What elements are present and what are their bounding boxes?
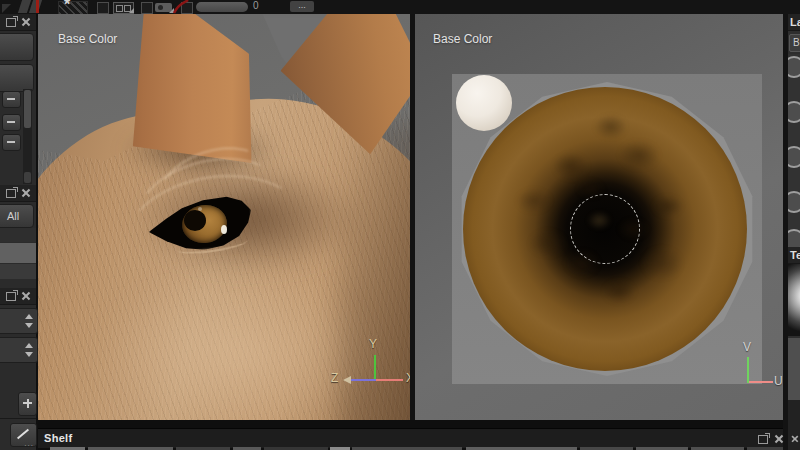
close-icon[interactable] <box>791 435 798 442</box>
add-button[interactable] <box>18 392 37 416</box>
spinner-field[interactable] <box>0 308 38 334</box>
toolbar-slider[interactable] <box>196 2 248 12</box>
close-icon[interactable] <box>21 17 30 26</box>
all-button[interactable]: All <box>0 204 34 228</box>
eye-highlight <box>198 207 202 211</box>
panel-block <box>788 400 800 450</box>
star-icon[interactable]: * <box>64 0 70 14</box>
panel-header <box>0 185 36 202</box>
panel-header <box>0 14 36 31</box>
popup-icon[interactable] <box>6 292 16 301</box>
spin-up-icon[interactable] <box>25 343 33 348</box>
corner-icon[interactable] <box>2 4 11 13</box>
axis-v-line <box>747 357 749 383</box>
shelf-title: Shelf <box>44 432 72 444</box>
eye-highlight <box>221 225 227 234</box>
axis-y-label: Y <box>369 337 377 351</box>
spin-down-icon[interactable] <box>25 352 33 357</box>
left-panel: All <box>0 14 38 450</box>
layer-thumbnail-circle[interactable] <box>788 146 800 168</box>
layer-thumbnail-circle[interactable] <box>788 191 800 213</box>
dropdown-button[interactable] <box>2 91 21 108</box>
logo-red-stroke-icon <box>36 0 39 13</box>
frame-tool-icon[interactable] <box>97 2 109 14</box>
top-toolbar: * 0 ... <box>0 0 800 15</box>
popup-icon[interactable] <box>758 435 768 444</box>
toolbar-value[interactable]: 0 <box>253 0 259 11</box>
layer-thumbnail-circle[interactable] <box>788 101 800 123</box>
spinner-field[interactable] <box>0 337 38 363</box>
list-item[interactable] <box>0 228 36 242</box>
list-item[interactable] <box>0 264 36 279</box>
wide-button[interactable] <box>0 64 34 92</box>
white-sphere-texture <box>456 75 512 131</box>
edit-pencil-button[interactable] <box>10 423 37 447</box>
model-eye-pupil <box>184 210 206 231</box>
panel-block <box>788 338 800 400</box>
axis-x-line <box>376 379 403 381</box>
axis-u-line <box>749 381 773 383</box>
dropdown-button[interactable] <box>2 114 21 131</box>
scrollbar[interactable] <box>23 89 32 184</box>
channel-label-2d: Base Color <box>433 32 492 46</box>
ellipsis-button[interactable]: ... <box>290 1 314 12</box>
shelf-header: Shelf <box>38 428 783 448</box>
close-icon[interactable] <box>774 434 783 443</box>
pencil-icon <box>17 429 29 440</box>
layers-panel-title: La <box>788 14 800 31</box>
pupil-dashed-outline <box>570 194 640 264</box>
frame-tool-icon[interactable] <box>141 2 153 14</box>
popup-icon[interactable] <box>6 189 16 198</box>
textureset-panel-title: Te <box>788 247 800 264</box>
shelf-panel: Shelf <box>38 420 783 450</box>
axis-z-label: Z <box>331 371 338 385</box>
channel-label-3d: Base Color <box>58 32 117 46</box>
axis-u-label: U <box>774 374 783 388</box>
dropdown-button[interactable] <box>2 134 21 151</box>
wide-button[interactable] <box>0 33 34 61</box>
blend-mode-button[interactable]: B <box>789 34 800 52</box>
spin-up-icon[interactable] <box>25 314 33 319</box>
axis-v-label: V <box>743 340 751 354</box>
panel-header <box>0 288 36 305</box>
pattern-tool-icon[interactable] <box>58 1 88 15</box>
popup-icon[interactable] <box>6 18 16 27</box>
axis-z-arrow <box>343 376 351 384</box>
spin-down-icon[interactable] <box>25 323 33 328</box>
scrollbar-cap[interactable] <box>24 172 31 183</box>
axis-z-line <box>350 379 376 381</box>
divider <box>0 418 36 419</box>
pen-pressure-curve-icon[interactable] <box>172 0 190 14</box>
right-panel: La B Te <box>788 14 800 450</box>
list-item-selected[interactable] <box>0 243 36 263</box>
axis-y-line <box>374 355 376 380</box>
material-sphere-preview <box>788 264 800 336</box>
close-icon[interactable] <box>21 291 30 300</box>
layer-thumbnail-circle[interactable] <box>788 56 800 78</box>
viewport-2d[interactable]: Base Color V U <box>415 14 783 420</box>
viewport-3d[interactable]: Base Color Y X Z <box>38 14 410 420</box>
scrollbar-thumb[interactable] <box>24 90 31 128</box>
close-icon[interactable] <box>21 188 30 197</box>
dropdown-arrow-icon[interactable] <box>129 8 134 13</box>
uv-canvas[interactable] <box>452 74 762 384</box>
application-window: * 0 ... All <box>0 0 800 450</box>
